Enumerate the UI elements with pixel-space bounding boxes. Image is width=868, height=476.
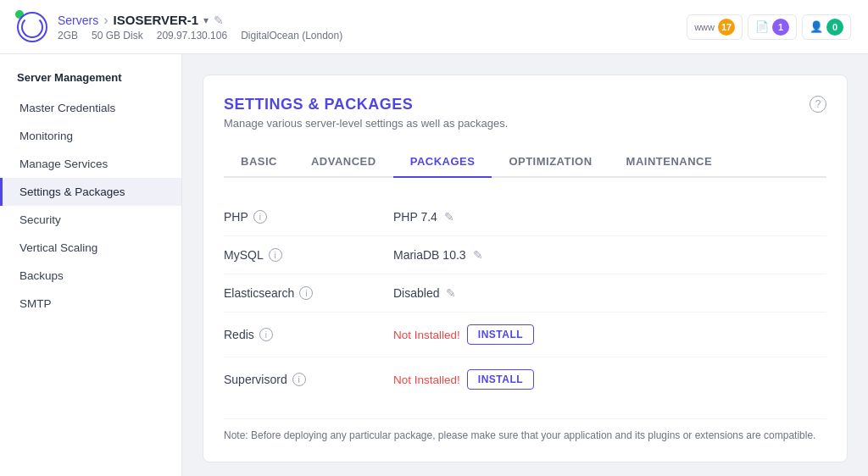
elasticsearch-info-icon[interactable]: i — [299, 286, 313, 300]
servers-link[interactable]: Servers — [58, 14, 98, 27]
server-name: ISOSERVER-1 — [114, 13, 199, 27]
file-icon: 📄 — [755, 20, 769, 33]
sidebar-item-settings-packages[interactable]: Settings & Packages — [0, 178, 181, 206]
package-name-php: PHP i — [224, 210, 393, 224]
php-edit-icon[interactable]: ✎ — [444, 210, 454, 224]
package-value-php: PHP 7.4 ✎ — [393, 210, 826, 224]
server-provider: DigitalOcean (London) — [241, 30, 342, 42]
www-count: 17 — [718, 19, 735, 36]
packages-list: PHP i PHP 7.4 ✎ MySQL i MariaDB 10 — [224, 198, 826, 401]
table-row: PHP i PHP 7.4 ✎ — [224, 198, 826, 236]
edit-server-icon[interactable]: ✎ — [214, 14, 224, 27]
redis-info-icon[interactable]: i — [259, 328, 273, 341]
settings-packages-card: SETTINGS & PACKAGES Manage various serve… — [203, 75, 848, 462]
tab-optimization[interactable]: OPTIMIZATION — [492, 147, 609, 178]
file-badge[interactable]: 📄 1 — [748, 14, 797, 40]
sidebar-item-monitoring[interactable]: Monitoring — [0, 122, 181, 150]
main-content: SETTINGS & PACKAGES Manage various serve… — [182, 54, 868, 476]
tab-maintenance[interactable]: MAINTENANCE — [609, 147, 730, 178]
package-name-redis: Redis i — [224, 328, 393, 341]
tab-advanced[interactable]: ADVANCED — [294, 147, 393, 178]
sidebar-item-backups[interactable]: Backups — [0, 262, 181, 290]
user-count: 0 — [826, 19, 843, 36]
sidebar-section-title: Server Management — [0, 71, 181, 94]
package-value-supervisord: Not Installed! INSTALL — [393, 369, 826, 390]
package-name-supervisord: Supervisord i — [224, 373, 393, 386]
card-title: SETTINGS & PACKAGES — [224, 96, 508, 113]
main-layout: Server Management Master Credentials Mon… — [0, 54, 868, 476]
file-count: 1 — [772, 19, 789, 36]
header-icons: www 17 📄 1 👤 0 — [687, 14, 851, 40]
table-row: Redis i Not Installed! INSTALL — [224, 313, 826, 357]
mysql-info-icon[interactable]: i — [269, 248, 282, 262]
breadcrumb: Servers › ISOSERVER-1 ▾ ✎ — [58, 13, 342, 28]
elasticsearch-edit-icon[interactable]: ✎ — [446, 286, 456, 300]
package-name-mysql: MySQL i — [224, 248, 393, 262]
server-disk: 50 GB Disk — [92, 30, 143, 42]
redis-install-button[interactable]: INSTALL — [467, 324, 534, 345]
www-badge[interactable]: www 17 — [687, 14, 743, 40]
sidebar-item-vertical-scaling[interactable]: Vertical Scaling — [0, 234, 181, 262]
tab-packages[interactable]: PACKAGES — [393, 147, 492, 178]
mysql-edit-icon[interactable]: ✎ — [473, 248, 483, 262]
supervisord-info-icon[interactable]: i — [292, 373, 306, 386]
card-subtitle: Manage various server-level settings as … — [224, 117, 508, 130]
package-value-mysql: MariaDB 10.3 ✎ — [393, 248, 826, 262]
server-meta: 2GB 50 GB Disk 209.97.130.106 DigitalOce… — [58, 30, 342, 42]
help-icon[interactable]: ? — [810, 96, 826, 113]
server-ip: 209.97.130.106 — [157, 30, 227, 42]
sidebar-item-master-credentials[interactable]: Master Credentials — [0, 94, 181, 122]
table-row: MySQL i MariaDB 10.3 ✎ — [224, 236, 826, 274]
package-value-elasticsearch: Disabled ✎ — [393, 286, 826, 300]
header-left: Servers › ISOSERVER-1 ▾ ✎ 2GB 50 GB Disk… — [17, 12, 342, 42]
logo-area — [17, 12, 47, 42]
server-dropdown-icon[interactable]: ▾ — [203, 14, 209, 26]
user-badge[interactable]: 👤 0 — [802, 14, 851, 40]
compatibility-note: Note: Before deploying any particular pa… — [224, 418, 826, 441]
server-breadcrumb: Servers › ISOSERVER-1 ▾ ✎ 2GB 50 GB Disk… — [58, 13, 342, 42]
sidebar: Server Management Master Credentials Mon… — [0, 54, 182, 476]
top-header: Servers › ISOSERVER-1 ▾ ✎ 2GB 50 GB Disk… — [0, 0, 868, 54]
sidebar-item-security[interactable]: Security — [0, 206, 181, 234]
user-icon: 👤 — [810, 20, 823, 33]
server-ram: 2GB — [58, 30, 78, 42]
www-label: www — [694, 22, 715, 32]
php-info-icon[interactable]: i — [253, 210, 267, 224]
breadcrumb-separator: › — [103, 13, 108, 28]
card-header-text: SETTINGS & PACKAGES Manage various serve… — [224, 96, 508, 130]
supervisord-install-button[interactable]: INSTALL — [467, 369, 534, 390]
tab-bar: BASIC ADVANCED PACKAGES OPTIMIZATION MAI… — [224, 147, 826, 178]
table-row: Supervisord i Not Installed! INSTALL — [224, 357, 826, 401]
package-name-elasticsearch: Elasticsearch i — [224, 286, 393, 300]
tab-basic[interactable]: BASIC — [224, 147, 294, 178]
logo — [17, 12, 47, 42]
table-row: Elasticsearch i Disabled ✎ — [224, 274, 826, 313]
sidebar-item-manage-services[interactable]: Manage Services — [0, 150, 181, 178]
package-value-redis: Not Installed! INSTALL — [393, 324, 826, 345]
card-header: SETTINGS & PACKAGES Manage various serve… — [224, 96, 826, 130]
sidebar-item-smtp[interactable]: SMTP — [0, 290, 181, 318]
